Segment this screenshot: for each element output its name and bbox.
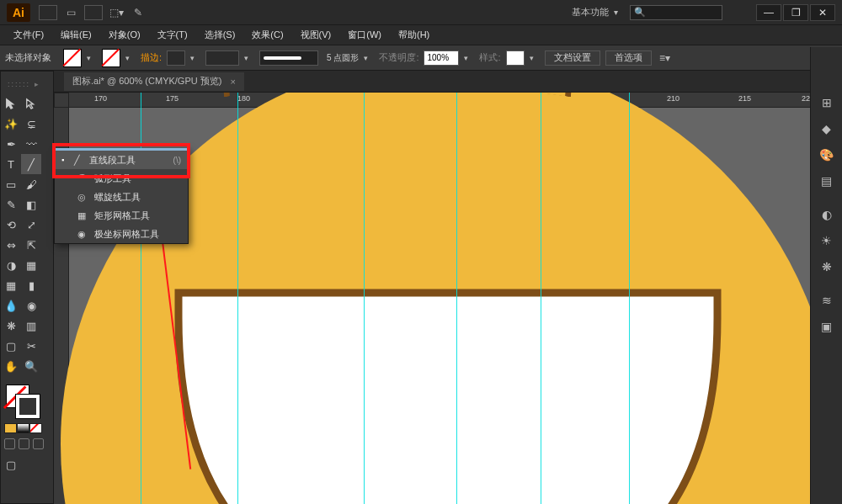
guide-line[interactable] bbox=[237, 93, 238, 504]
properties-panel-icon[interactable]: ⊞ bbox=[813, 90, 841, 115]
stroke-weight[interactable] bbox=[167, 50, 185, 66]
panel-grip-icon[interactable]: :::::: ▸ bbox=[8, 80, 40, 88]
perspective-tool[interactable]: ▦ bbox=[21, 255, 41, 275]
gpu-icon[interactable]: ⬚▾ bbox=[108, 4, 125, 21]
direct-selection-tool[interactable] bbox=[21, 93, 41, 114]
zoom-tool[interactable]: 🔍 bbox=[21, 356, 41, 376]
symbol-sprayer-tool[interactable]: ❋ bbox=[1, 316, 21, 336]
align-icon[interactable]: ≡▾ bbox=[657, 50, 674, 66]
color-mode-fill[interactable] bbox=[4, 423, 17, 433]
menu-object[interactable]: 对象(O) bbox=[100, 29, 149, 41]
flyout-line-segment[interactable]: ▪ ╱ 直线段工具 (\) bbox=[55, 151, 188, 169]
hand-tool[interactable]: ✋ bbox=[1, 356, 21, 376]
stroke-label: 描边: bbox=[141, 51, 162, 64]
rectangle-tool[interactable]: ▭ bbox=[1, 174, 21, 194]
style-swatch[interactable] bbox=[506, 50, 525, 66]
flyout-arc[interactable]: ⌒ 弧形工具 bbox=[55, 169, 188, 188]
stroke-swatch[interactable] bbox=[102, 49, 120, 67]
menu-edit[interactable]: 编辑(E) bbox=[52, 29, 100, 41]
rotate-tool[interactable]: ⟲ bbox=[1, 215, 21, 235]
menu-select[interactable]: 选择(S) bbox=[196, 29, 244, 41]
fill-swatch[interactable] bbox=[63, 49, 82, 67]
line-segment-tool[interactable]: ╱ bbox=[21, 154, 41, 174]
doc-setup-button[interactable]: 文档设置 bbox=[545, 50, 600, 66]
style-dd[interactable]: ▾ bbox=[530, 54, 540, 62]
menu-effect[interactable]: 效果(C) bbox=[243, 29, 291, 41]
guide-line[interactable] bbox=[629, 93, 630, 504]
var-width-dd[interactable]: ▾ bbox=[244, 54, 254, 62]
minimize-button[interactable]: — bbox=[756, 4, 781, 21]
menu-help[interactable]: 帮助(H) bbox=[390, 29, 438, 41]
close-button[interactable]: ✕ bbox=[810, 4, 835, 21]
stroke-weight-dd[interactable]: ▾ bbox=[190, 54, 200, 62]
pen-tool[interactable]: ✒ bbox=[1, 134, 21, 154]
paintbrush-tool[interactable]: 🖌 bbox=[21, 174, 41, 194]
var-width[interactable] bbox=[205, 50, 239, 66]
free-transform-tool[interactable]: ⇱ bbox=[21, 235, 41, 255]
stroke-color[interactable] bbox=[16, 395, 40, 418]
lasso-tool[interactable]: ⊊ bbox=[21, 114, 41, 134]
selection-tool[interactable] bbox=[1, 93, 21, 114]
ruler-origin[interactable] bbox=[54, 93, 69, 108]
graph-tool[interactable]: ▥ bbox=[21, 316, 41, 336]
guide-line[interactable] bbox=[364, 93, 365, 504]
color-mode-none[interactable] bbox=[29, 423, 42, 433]
mesh-tool[interactable]: ▦ bbox=[1, 275, 21, 295]
ruler-tick-label: 210 bbox=[667, 94, 679, 103]
swatches-panel-icon[interactable]: ▤ bbox=[813, 168, 841, 194]
document-tab[interactable]: 图标.ai* @ 600% (CMYK/GPU 预览) × bbox=[64, 72, 244, 91]
layers-panel-icon[interactable]: ≋ bbox=[813, 288, 841, 313]
guide-line[interactable] bbox=[456, 93, 457, 504]
workspace-dropdown[interactable]: ▾ bbox=[614, 8, 618, 17]
tab-close-icon[interactable]: × bbox=[230, 77, 235, 87]
color-mode-gradient[interactable] bbox=[17, 423, 29, 433]
gradient-tool[interactable]: ▮ bbox=[21, 275, 41, 295]
profile-dd[interactable]: ▾ bbox=[364, 54, 374, 62]
menu-view[interactable]: 视图(V) bbox=[292, 29, 340, 41]
magic-wand-tool[interactable]: ✨ bbox=[1, 114, 21, 134]
artboard-tool[interactable]: ▢ bbox=[1, 336, 21, 356]
eyedropper-tool[interactable]: 💧 bbox=[1, 295, 21, 316]
color-panel-icon[interactable]: 🎨 bbox=[813, 142, 841, 167]
draw-inside[interactable] bbox=[33, 438, 44, 449]
menu-file[interactable]: 文件(F) bbox=[5, 29, 52, 41]
appearance-panel-icon[interactable]: ▣ bbox=[813, 314, 841, 339]
curvature-tool[interactable]: 〰 bbox=[21, 134, 41, 154]
draw-behind[interactable] bbox=[19, 438, 29, 449]
prefs-button[interactable]: 首选项 bbox=[605, 50, 652, 66]
shape-builder-tool[interactable]: ◑ bbox=[1, 255, 21, 275]
menu-type[interactable]: 文字(T) bbox=[149, 29, 196, 41]
libraries-panel-icon[interactable]: ◆ bbox=[813, 116, 841, 141]
symbols-panel-icon[interactable]: ❋ bbox=[813, 254, 841, 279]
shaper-tool[interactable]: ✎ bbox=[1, 194, 21, 215]
slice-tool[interactable]: ✂ bbox=[21, 336, 41, 356]
flyout-rect-grid[interactable]: ▦ 矩形网格工具 bbox=[55, 206, 188, 225]
selection-status: 未选择对象 bbox=[5, 51, 51, 64]
blend-tool[interactable]: ◉ bbox=[21, 295, 41, 316]
eraser-tool[interactable]: ◧ bbox=[21, 194, 41, 215]
fill-dd[interactable]: ▾ bbox=[87, 54, 97, 62]
guide-line[interactable] bbox=[541, 93, 541, 504]
draw-normal[interactable] bbox=[4, 438, 15, 449]
search-input[interactable]: 🔍 bbox=[630, 5, 722, 20]
color-picker[interactable] bbox=[6, 385, 40, 418]
type-tool[interactable]: T bbox=[1, 154, 21, 174]
flyout-polar-grid[interactable]: ◉ 极坐标网格工具 bbox=[55, 225, 188, 243]
scale-tool[interactable]: ⤢ bbox=[21, 215, 41, 235]
layout-icon[interactable] bbox=[84, 5, 103, 20]
sync-icon[interactable]: ✎ bbox=[130, 4, 147, 21]
stroke-dd[interactable]: ▾ bbox=[125, 54, 136, 62]
bridge-icon[interactable] bbox=[39, 5, 57, 20]
flyout-spiral[interactable]: ◎ 螺旋线工具 bbox=[55, 188, 188, 206]
brushes-panel-icon[interactable]: ◐ bbox=[813, 202, 841, 227]
app-logo: Ai bbox=[7, 3, 30, 22]
width-tool[interactable]: ⇔ bbox=[1, 235, 21, 255]
stroke-profile[interactable] bbox=[259, 50, 318, 66]
stroke-panel-icon[interactable]: ☀ bbox=[813, 228, 841, 253]
opacity-dd[interactable]: ▾ bbox=[464, 54, 474, 62]
menu-window[interactable]: 窗口(W) bbox=[339, 29, 390, 41]
opacity-input[interactable] bbox=[424, 50, 459, 66]
screen-mode[interactable]: ▢ bbox=[1, 454, 21, 475]
arrange-icon[interactable]: ▭ bbox=[62, 4, 79, 21]
restore-button[interactable]: ❐ bbox=[783, 4, 808, 21]
